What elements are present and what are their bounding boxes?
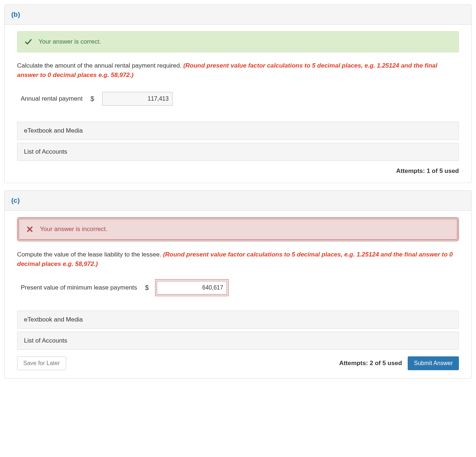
part-c-prompt: Compute the value of the lease liability… [17,250,459,268]
part-c-label: (c) [11,197,20,204]
annual-rental-input[interactable] [102,92,173,106]
part-c-body: Your answer is incorrect. Compute the va… [5,211,471,378]
question-part-c: (c) Your answer is incorrect. Compute th… [4,190,472,379]
part-c-footer: Save for Later Attempts: 2 of 5 used Sub… [17,356,459,370]
attempts-b: Attempts: 1 of 5 used [396,167,459,175]
question-part-b: (b) Your answer is correct. Calculate th… [4,4,472,183]
submit-answer-button[interactable]: Submit Answer [408,356,459,370]
part-b-footer: Attempts: 1 of 5 used [17,167,459,175]
pv-input[interactable] [157,281,227,295]
prompt-b-text: Calculate the amount of the annual renta… [17,62,183,69]
part-b-header: (b) [5,5,471,25]
etextbook-panel[interactable]: eTextbook and Media [17,122,459,140]
currency-symbol: $ [90,95,94,103]
annual-rental-row: Annual rental payment $ [17,92,459,106]
feedback-incorrect-text: Your answer is incorrect. [40,226,108,233]
list-of-accounts-panel[interactable]: List of Accounts [17,332,459,350]
list-of-accounts-panel[interactable]: List of Accounts [17,143,459,161]
part-b-label: (b) [11,11,20,18]
feedback-correct: Your answer is correct. [17,31,459,52]
feedback-correct-text: Your answer is correct. [39,38,101,45]
footer-right: Attempts: 2 of 5 used Submit Answer [339,356,459,370]
pv-row: Present value of minimum lease payments … [17,281,459,295]
part-b-body: Your answer is correct. Calculate the am… [5,25,471,183]
etextbook-panel[interactable]: eTextbook and Media [17,311,459,329]
annual-rental-label: Annual rental payment [21,95,82,102]
part-c-header: (c) [5,191,471,211]
check-icon [25,38,32,45]
save-for-later-button[interactable]: Save for Later [17,356,66,370]
x-icon [26,226,33,233]
pv-label: Present value of minimum lease payments [21,284,137,291]
part-b-prompt: Calculate the amount of the annual renta… [17,61,459,80]
currency-symbol: $ [145,284,149,292]
prompt-c-text: Compute the value of the lease liability… [17,251,163,258]
attempts-c: Attempts: 2 of 5 used [339,360,402,367]
feedback-incorrect: Your answer is incorrect. [19,219,457,240]
